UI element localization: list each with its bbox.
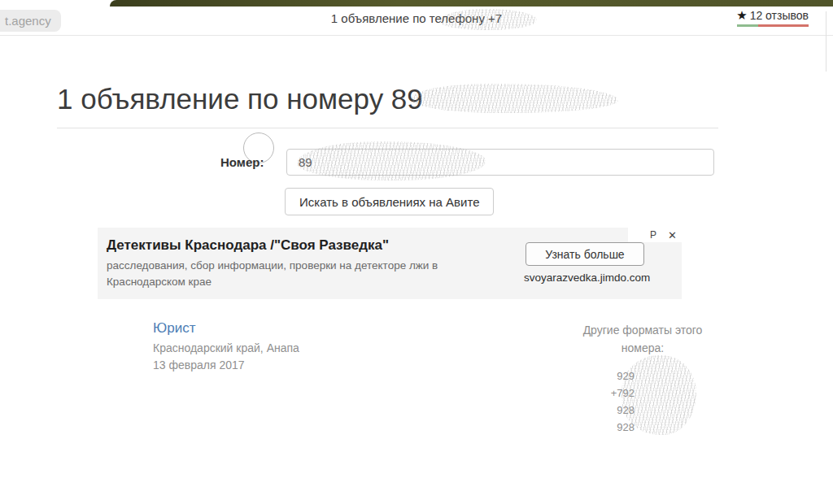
ad-corner-controls: P ✕ <box>628 228 682 242</box>
result-title-link[interactable]: Юрист <box>153 320 195 337</box>
top-bar: t.agency 1 объявление по телефону +7 ★12… <box>0 0 833 36</box>
reviews-count-label: 12 отзывов <box>750 9 809 22</box>
adchoices-icon[interactable]: P <box>650 230 656 240</box>
format-number: 928 <box>561 419 635 436</box>
ad-url[interactable]: svoyarazvedka.jimdo.com <box>524 272 650 284</box>
underline-red-segment <box>758 24 809 27</box>
redacted-phone-formats <box>621 355 696 435</box>
ad-title-link[interactable]: Детективы Краснодара /"Своя Разведка" <box>107 237 389 254</box>
page-title: 1 объявление по номеру 89 <box>57 83 423 115</box>
right-separator-line <box>826 11 826 72</box>
result-date: 13 февраля 2017 <box>153 358 245 371</box>
redacted-phone-input <box>297 141 486 180</box>
result-location: Краснодарский край, Анапа <box>153 341 299 354</box>
reviews-underline <box>737 24 809 27</box>
redacted-phone-heading <box>411 84 618 113</box>
ad-block: P ✕ Детективы Краснодара /"Своя Разведка… <box>98 228 682 299</box>
redacted-phone-topbar <box>439 9 537 30</box>
ad-close-icon[interactable]: ✕ <box>668 230 677 241</box>
search-avito-button[interactable]: Искать в объявлениях на Авите <box>285 188 494 215</box>
ad-learn-more-button[interactable]: Узнать больше <box>526 242 644 266</box>
ad-description: расследования, сбор информации, проверки… <box>107 258 517 289</box>
reviews-link[interactable]: ★12 отзывов <box>736 8 809 23</box>
heading-divider <box>57 128 718 128</box>
phone-label: Номер: <box>220 155 264 169</box>
star-icon: ★ <box>736 8 747 22</box>
underline-green-segment <box>737 24 758 27</box>
topbar-title: 1 объявление по телефону +7 <box>0 11 833 25</box>
other-formats-label: Другие форматы этого номера: <box>574 322 712 357</box>
